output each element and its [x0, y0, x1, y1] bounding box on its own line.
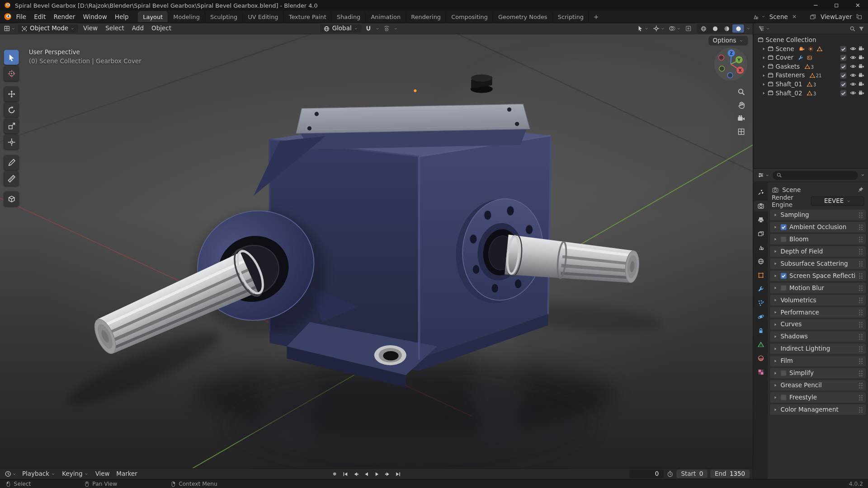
drag-handle[interactable]	[859, 249, 863, 254]
orientation-dropdown[interactable]: Global	[320, 24, 362, 33]
scene-name[interactable]: Scene	[768, 13, 789, 20]
minimize-button[interactable]	[805, 0, 826, 10]
section-subsurface-scattering[interactable]: Subsurface Scattering	[770, 258, 866, 269]
new-viewlayer-icon[interactable]	[856, 13, 863, 20]
tool-add-cube[interactable]	[4, 192, 19, 206]
collection-checkbox[interactable]	[840, 63, 846, 69]
shading-material-button[interactable]	[721, 24, 732, 33]
collection-checkbox[interactable]	[840, 55, 846, 61]
frame-end-field[interactable]: End 1350	[710, 470, 750, 478]
collection-checkbox[interactable]	[840, 90, 846, 96]
expand-icon[interactable]	[761, 90, 766, 95]
hide-viewport-icon[interactable]	[850, 54, 857, 61]
play-reverse-button[interactable]	[362, 469, 371, 479]
viewlayer-name[interactable]: ViewLayer	[819, 13, 854, 20]
workspace-tab-sculpting[interactable]: Sculpting	[205, 11, 243, 22]
disable-render-icon[interactable]	[858, 81, 865, 88]
section-motion-blur[interactable]: Motion Blur	[770, 283, 866, 293]
viewport-canvas[interactable]	[0, 34, 753, 468]
properties-tab-world[interactable]	[754, 256, 768, 267]
snap-toggle[interactable]	[364, 24, 373, 33]
timeline-menu-keying[interactable]: Keying	[59, 469, 92, 479]
auto-keying-toggle[interactable]	[330, 469, 340, 479]
workspace-tab-uv-editing[interactable]: UV Editing	[243, 11, 283, 22]
zoom-icon[interactable]	[737, 87, 746, 96]
timeline-menu-marker[interactable]: Marker	[113, 469, 141, 479]
shading-solid-button[interactable]	[709, 24, 721, 33]
section-grease-pencil[interactable]: Grease Pencil	[770, 380, 866, 390]
disable-render-icon[interactable]	[858, 45, 865, 52]
scene-browse-icon[interactable]	[751, 13, 759, 20]
collection-checkbox[interactable]	[840, 46, 846, 52]
collection-label[interactable]: Cover	[776, 54, 793, 61]
selectability-dropdown[interactable]	[636, 24, 650, 33]
options-button[interactable]: Options	[708, 36, 748, 46]
overlays-dropdown[interactable]	[668, 24, 682, 33]
scene-chevron-icon[interactable]	[761, 14, 765, 19]
section-curves[interactable]: Curves	[770, 319, 866, 330]
disable-render-icon[interactable]	[858, 89, 865, 96]
filter-icon[interactable]	[858, 25, 865, 32]
properties-tab-material[interactable]	[754, 353, 768, 363]
drag-handle[interactable]	[859, 333, 863, 339]
properties-tab-render[interactable]	[754, 201, 768, 211]
drag-handle[interactable]	[859, 309, 863, 315]
tool-measure[interactable]	[4, 171, 19, 186]
disable-render-icon[interactable]	[858, 63, 865, 70]
workspace-tab-compositing[interactable]: Compositing	[446, 11, 493, 22]
tool-select-box[interactable]	[4, 50, 19, 65]
pin-icon[interactable]	[858, 187, 864, 193]
properties-tab-constraints[interactable]	[754, 325, 768, 336]
section-depth-of-field[interactable]: Depth of Field	[770, 246, 866, 257]
properties-tab-scene[interactable]	[754, 242, 768, 253]
disable-render-icon[interactable]	[858, 54, 865, 61]
collection-checkbox[interactable]	[840, 81, 846, 87]
section-checkbox-unchecked[interactable]	[781, 370, 787, 376]
properties-tab-object[interactable]	[754, 270, 768, 281]
menu-edit[interactable]: Edit	[30, 12, 50, 21]
workspace-tab-scripting[interactable]: Scripting	[553, 11, 589, 22]
camera-view-icon[interactable]	[737, 114, 746, 123]
scene-unlink-icon[interactable]	[792, 14, 797, 19]
drag-handle[interactable]	[859, 346, 863, 352]
workspace-tab-shading[interactable]: Shading	[332, 11, 366, 22]
section-bloom[interactable]: Bloom	[770, 234, 866, 244]
outliner-row-shaft-01[interactable]: Shaft_013	[754, 80, 868, 89]
section-checkbox-checked[interactable]	[781, 224, 787, 230]
drag-handle[interactable]	[859, 394, 863, 400]
viewport-menu-object[interactable]: Object	[147, 24, 175, 33]
outliner-editor-type-button[interactable]	[757, 24, 771, 33]
tool-cursor[interactable]	[4, 66, 19, 81]
shading-wireframe-button[interactable]	[698, 24, 709, 33]
add-workspace-button[interactable]: +	[589, 12, 603, 21]
drag-handle[interactable]	[859, 273, 863, 279]
gizmo-x-negative[interactable]	[719, 55, 724, 60]
hide-viewport-icon[interactable]	[850, 45, 857, 52]
pan-hand-icon[interactable]	[737, 101, 746, 110]
hide-viewport-icon[interactable]	[850, 81, 857, 88]
menu-window[interactable]: Window	[79, 12, 111, 21]
drag-handle[interactable]	[859, 224, 863, 230]
properties-tab-object-data[interactable]	[754, 339, 768, 350]
proportional-dropdown[interactable]	[394, 26, 398, 31]
disable-render-icon[interactable]	[858, 72, 865, 79]
viewport-menu-select[interactable]: Select	[102, 24, 128, 33]
stopwatch-icon[interactable]	[667, 470, 674, 478]
play-button[interactable]	[372, 469, 382, 479]
frame-start-field[interactable]: Start 0	[677, 470, 708, 478]
properties-tab-texture[interactable]	[754, 367, 768, 377]
properties-tab-modifiers[interactable]	[754, 284, 768, 294]
workspace-tab-animation[interactable]: Animation	[366, 11, 406, 22]
drag-handle[interactable]	[859, 261, 863, 267]
hide-viewport-icon[interactable]	[850, 72, 857, 79]
viewport-menu-view[interactable]: View	[79, 24, 101, 33]
expand-icon[interactable]	[761, 46, 766, 51]
mode-dropdown[interactable]: Object Mode	[18, 24, 78, 33]
proportional-editing-toggle[interactable]	[382, 24, 392, 33]
section-performance[interactable]: Performance	[770, 307, 866, 318]
tool-scale[interactable]	[4, 118, 19, 133]
collection-checkbox[interactable]	[840, 72, 846, 78]
section-checkbox-unchecked[interactable]	[781, 394, 787, 400]
workspace-tab-geometry-nodes[interactable]: Geometry Nodes	[493, 11, 553, 22]
section-screen-space-reflections[interactable]: Screen Space Reflections	[770, 271, 866, 281]
